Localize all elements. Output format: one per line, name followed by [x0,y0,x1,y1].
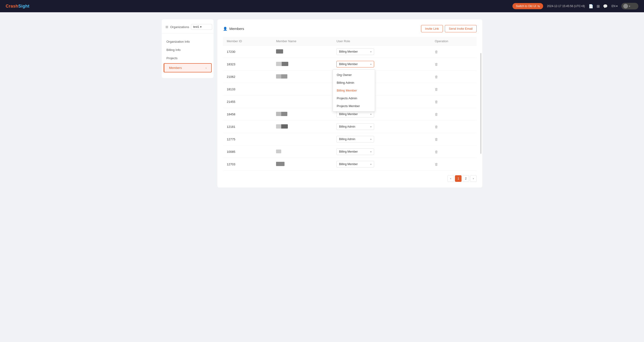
member-name-cell [272,121,332,133]
dropdown-item-billing-member[interactable]: Billing Member [333,87,375,94]
sidebar-item-org-info[interactable]: Organization Info [162,38,214,46]
col-member-name: Member Name [272,37,332,46]
role-value: Billing Member [339,50,358,53]
main-container: ⊞ Organizations test1 ▾ Organization Inf… [157,12,487,195]
member-avatar [276,162,284,166]
user-role-cell: Billing Admin ▾ [332,133,431,146]
user-avatar[interactable]: ▾ [621,3,638,10]
next-icon: › [473,177,474,180]
delete-icon[interactable]: 🗑 [435,75,438,79]
pagination-prev-button[interactable]: ‹ [448,175,454,182]
delete-icon[interactable]: 🗑 [435,162,438,166]
member-name-cell [272,83,332,96]
invite-link-button[interactable]: Invite Link [421,25,443,32]
member-id-cell: 21062 [223,71,272,83]
delete-icon[interactable]: 🗑 [435,137,438,141]
role-dropdown[interactable]: Billing Member ▾ [336,48,374,55]
scrollbar[interactable] [480,53,481,154]
org-value: test1 [193,25,199,29]
member-id-cell: 12181 [223,121,272,133]
operation-cell: 🗑 [431,71,477,83]
delete-icon[interactable]: 🗑 [435,62,438,66]
dropdown-item-billing-admin[interactable]: Billing Admin [333,79,375,87]
role-value: Billing Member [339,150,358,153]
table-row: 12181 Billing Admin ▾ � [223,121,477,133]
org-selector-row: ⊞ Organizations test1 ▾ [162,24,214,34]
delete-icon[interactable]: 🗑 [435,125,438,129]
datetime-display: 2024-12-17 15:45:56 (UTC+8) [547,5,585,8]
app-logo: CrashSight [6,4,30,9]
switch-old-ui-button[interactable]: Switch to Old UI ⇆ [512,3,543,9]
operation-cell: 🗑 [431,108,477,121]
pagination-next-button[interactable]: › [470,175,477,182]
members-title-label: Members [229,27,244,31]
sidebar-item-members-label: Members [169,66,182,70]
layers-icon[interactable]: ⊞ [596,4,600,9]
pagination-page-2[interactable]: 2 [462,175,469,182]
member-avatar [276,124,288,129]
user-role-cell: Billing Member ▾ [332,158,431,171]
role-dropdown[interactable]: Billing Member ▾ [336,111,374,117]
send-invite-email-button[interactable]: Send Invite Email [445,25,477,32]
language-selector[interactable]: EN ▾ [612,5,618,8]
role-dropdown-menu: Org Owner Billing Admin Billing Member P… [332,69,375,112]
col-operation: Operation [431,37,477,46]
page-1-label: 1 [458,177,459,180]
left-sidebar: ⊞ Organizations test1 ▾ Organization Inf… [162,19,214,78]
role-chevron-icon: ▾ [370,138,372,141]
role-value: Billing Admin [339,125,355,128]
dropdown-item-projects-admin[interactable]: Projects Admin [333,94,375,102]
lang-chevron-icon: ▾ [616,5,618,8]
dropdown-item-projects-member[interactable]: Projects Member [333,102,375,110]
delete-icon[interactable]: 🗑 [435,150,438,154]
sidebar-item-org-info-label: Organization Info [166,40,190,43]
member-id-cell: 10085 [223,146,272,158]
table-row: 17230 Billing Member ▾ 🗑 [223,46,477,58]
delete-icon[interactable]: 🗑 [435,112,438,116]
operation-cell: 🗑 [431,133,477,146]
pagination: ‹ 1 2 › [223,175,477,182]
topnav-right: Switch to Old UI ⇆ 2024-12-17 15:45:56 (… [512,3,638,10]
user-role-cell: Billing Member ▾ [332,46,431,58]
member-avatar [276,49,283,54]
member-name-cell [272,108,332,121]
role-chevron-icon: ▾ [370,63,372,66]
member-name-cell [272,58,332,71]
table-row: 12703 Billing Member ▾ 🗑 [223,158,477,171]
role-dropdown[interactable]: Billing Member ▾ [336,148,374,155]
member-name-cell [272,133,332,146]
panel-header: 👤 Members Invite Link Send Invite Email [223,25,477,32]
org-dropdown[interactable]: test1 ▾ [191,24,212,30]
organizations-label: Organizations [170,25,189,29]
operation-cell: 🗑 [431,121,477,133]
prev-icon: ‹ [450,177,451,180]
role-dropdown[interactable]: Billing Admin ▾ [336,136,374,142]
doc-icon[interactable]: 📄 [588,4,593,9]
sidebar-item-billing-info-label: Billing Info [166,48,180,52]
operation-cell: 🗑 [431,146,477,158]
delete-icon[interactable]: 🗑 [435,100,438,104]
member-id-cell: 17230 [223,46,272,58]
table-row: 18323 Billing Member ▾ [223,58,477,71]
role-dropdown-open[interactable]: Billing Member ▾ [336,61,374,68]
role-chevron-icon: ▾ [370,163,372,166]
sidebar-item-members[interactable]: Members › [164,63,212,72]
chat-icon[interactable]: 💬 [603,4,608,9]
operation-cell: 🗑 [431,58,477,71]
member-id-cell: 18133 [223,83,272,96]
members-chevron-icon: › [206,67,206,69]
user-role-cell: Billing Member ▾ Org Owner Billing Admin… [332,58,431,71]
avatar-chevron-icon: ▾ [629,5,630,8]
role-dropdown[interactable]: Billing Admin ▾ [336,123,374,130]
delete-icon[interactable]: 🗑 [435,50,438,54]
sidebar-item-billing-info[interactable]: Billing Info [162,46,214,54]
delete-icon[interactable]: 🗑 [435,87,438,91]
table-row: 12775 Billing Admin ▾ 🗑 [223,133,477,146]
role-chevron-icon: ▾ [370,51,372,53]
pagination-page-1[interactable]: 1 [455,175,462,182]
role-dropdown[interactable]: Billing Member ▾ [336,161,374,167]
sidebar-item-projects[interactable]: Projects [162,54,214,62]
member-name-cell [272,71,332,83]
member-avatar [276,74,287,79]
dropdown-item-org-owner[interactable]: Org Owner [333,71,375,79]
